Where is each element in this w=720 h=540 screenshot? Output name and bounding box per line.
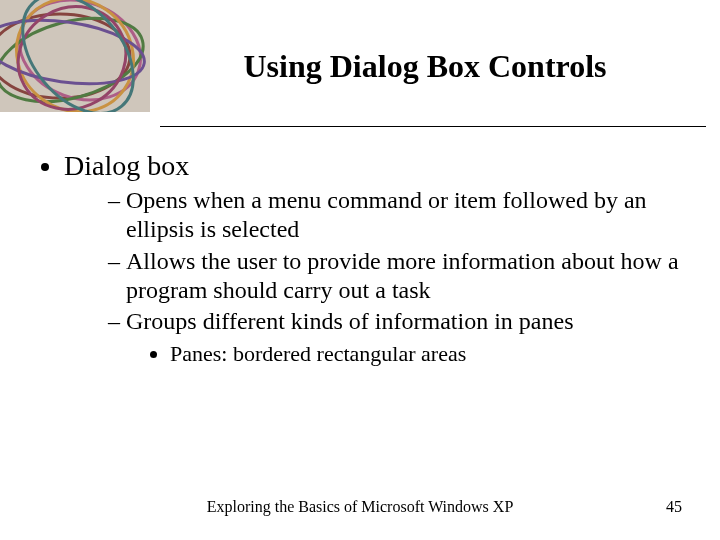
bullet-level2: Allows the user to provide more informat…: [108, 247, 684, 306]
page-number: 45: [666, 498, 682, 516]
slide-title: Using Dialog Box Controls: [160, 48, 690, 85]
decorative-corner-image: [0, 0, 150, 112]
bullet-text: Opens when a menu command or item follow…: [126, 187, 647, 242]
slide-body: Dialog box Opens when a menu command or …: [36, 150, 684, 374]
bullet-text: Allows the user to provide more informat…: [126, 248, 679, 303]
bullet-text: Panes: bordered rectangular areas: [170, 341, 466, 366]
slide: Using Dialog Box Controls Dialog box Ope…: [0, 0, 720, 540]
bullet-text: Groups different kinds of information in…: [126, 308, 573, 334]
bullet-level1: Dialog box Opens when a menu command or …: [64, 150, 684, 368]
footer-title: Exploring the Basics of Microsoft Window…: [0, 498, 720, 516]
bullet-level2: Groups different kinds of information in…: [108, 307, 684, 368]
bullet-level2: Opens when a menu command or item follow…: [108, 186, 684, 245]
bullet-level3: Panes: bordered rectangular areas: [170, 340, 684, 368]
bullet-text: Dialog box: [64, 150, 189, 181]
title-underline: [160, 126, 706, 127]
